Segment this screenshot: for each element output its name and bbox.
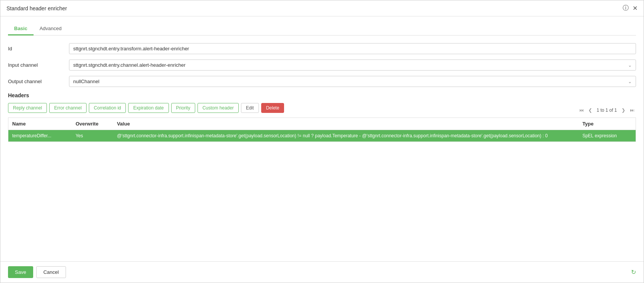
close-icon[interactable]: ✕ [633, 5, 638, 12]
dialog-body: Basic Advanced Id Input channel sttgnrt.… [0, 16, 644, 261]
last-page-icon[interactable]: ⏭ [628, 107, 636, 114]
tab-basic[interactable]: Basic [8, 23, 34, 35]
cell-name: temperatureDiffer... [8, 130, 72, 142]
chevron-down-icon-2: ⌄ [628, 79, 632, 84]
header-buttons: Reply channel Error channel Correlation … [8, 103, 284, 113]
id-input[interactable] [69, 43, 636, 54]
output-channel-value: nullChannel [73, 79, 100, 84]
next-page-icon[interactable]: ❯ [620, 107, 627, 114]
id-row: Id [8, 43, 636, 54]
priority-button[interactable]: Priority [171, 103, 195, 113]
headers-table: Name Overwrite Value Type temperatureDif… [8, 118, 636, 142]
col-overwrite: Overwrite [72, 118, 113, 130]
output-channel-select[interactable]: nullChannel ⌄ [69, 76, 636, 87]
error-channel-button[interactable]: Error channel [49, 103, 87, 113]
expiration-date-button[interactable]: Expiration date [128, 103, 169, 113]
dialog-header-icons: ⓘ ✕ [623, 4, 638, 12]
table-row[interactable]: temperatureDiffer... Yes @'sttgnrt.conne… [8, 130, 636, 142]
refresh-icon[interactable]: ↻ [631, 269, 636, 276]
table-header-row: Name Overwrite Value Type [8, 118, 636, 130]
input-channel-label: Input channel [8, 62, 69, 68]
info-icon[interactable]: ⓘ [623, 4, 629, 12]
dialog-title: Standard header enricher [6, 5, 67, 11]
col-type: Type [578, 118, 636, 130]
delete-button[interactable]: Delete [261, 103, 284, 113]
cell-type: SpEL expression [578, 130, 636, 142]
cancel-button[interactable]: Cancel [36, 266, 66, 278]
table-container: Name Overwrite Value Type temperatureDif… [8, 117, 636, 142]
dialog: Standard header enricher ⓘ ✕ Basic Advan… [0, 0, 644, 283]
dialog-header: Standard header enricher ⓘ ✕ [0, 0, 644, 16]
tab-advanced[interactable]: Advanced [34, 23, 68, 35]
reply-channel-button[interactable]: Reply channel [8, 103, 47, 113]
id-label: Id [8, 46, 69, 51]
output-channel-label: Output channel [8, 79, 69, 84]
prev-page-icon[interactable]: ❮ [587, 107, 594, 114]
col-name: Name [8, 118, 72, 130]
cell-value: @'sttgnrt.connector-infra.support.infini… [113, 130, 579, 142]
input-channel-select[interactable]: sttgnrt.stgnchdt.entry.channel.alert-hea… [69, 59, 636, 71]
save-button[interactable]: Save [8, 266, 33, 278]
col-value: Value [113, 118, 579, 130]
edit-button[interactable]: Edit [241, 103, 259, 113]
headers-title: Headers [8, 92, 636, 98]
input-channel-row: Input channel sttgnrt.stgnchdt.entry.cha… [8, 59, 636, 71]
footer-left: Save Cancel [8, 266, 66, 278]
output-channel-row: Output channel nullChannel ⌄ [8, 76, 636, 87]
chevron-down-icon: ⌄ [628, 63, 632, 68]
pagination: ⏮ ❮ 1 to 1 of 1 ❯ ⏭ [578, 107, 636, 114]
custom-header-button[interactable]: Custom header [198, 103, 239, 113]
dialog-footer: Save Cancel ↻ [0, 261, 644, 283]
cell-overwrite: Yes [72, 130, 113, 142]
header-btn-row: Reply channel Error channel Correlation … [8, 103, 636, 117]
correlation-id-button[interactable]: Correlation id [89, 103, 126, 113]
first-page-icon[interactable]: ⏮ [578, 107, 585, 114]
tabs: Basic Advanced [8, 23, 636, 35]
page-info: 1 to 1 of 1 [595, 107, 618, 114]
input-channel-value: sttgnrt.stgnchdt.entry.channel.alert-hea… [73, 62, 186, 68]
